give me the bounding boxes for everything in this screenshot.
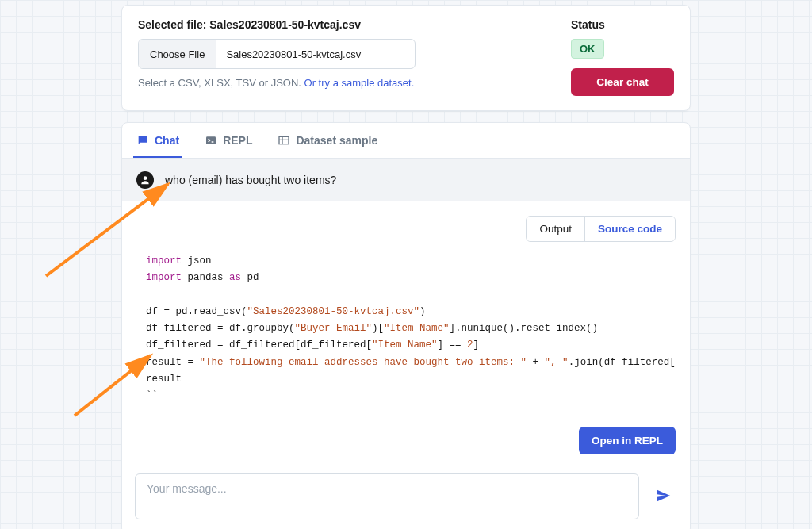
message-input[interactable]	[135, 473, 639, 519]
output-toggle-button[interactable]: Output	[527, 217, 584, 241]
source-code-toggle-button[interactable]: Source code	[584, 217, 675, 241]
open-in-repl-button[interactable]: Open in REPL	[579, 427, 676, 454]
svg-point-2	[144, 176, 147, 180]
source-code-block[interactable]: import json import pandas as pd df = pd.…	[146, 251, 676, 409]
tab-repl[interactable]: REPL	[201, 123, 255, 158]
sample-dataset-link[interactable]: Or try a sample dataset.	[304, 77, 415, 89]
chosen-file-name: Sales20230801-50-kvtcaj.csv	[216, 48, 370, 60]
terminal-icon	[205, 134, 217, 147]
file-selector-section: Selected file: Sales20230801-50-kvtcaj.c…	[138, 18, 571, 96]
chat-scroll-area[interactable]: who (email) has bought two items? Output…	[122, 159, 690, 462]
send-icon	[655, 495, 672, 507]
main-panel: Chat REPL Dataset sample who (email)	[121, 122, 691, 529]
user-avatar-icon	[136, 171, 154, 189]
message-input-bar	[122, 462, 690, 529]
svg-rect-0	[206, 136, 216, 144]
status-badge: OK	[571, 39, 604, 59]
chat-icon	[136, 134, 149, 147]
tab-dataset-sample[interactable]: Dataset sample	[274, 123, 381, 158]
file-help-text: Select a CSV, XLSX, TSV or JSON. Or try …	[138, 77, 571, 89]
file-input-row: Choose File Sales20230801-50-kvtcaj.csv	[138, 39, 416, 69]
user-message-row: who (email) has bought two items?	[122, 159, 690, 201]
assistant-response: Output Source code import json import pa…	[122, 201, 690, 462]
tab-bar: Chat REPL Dataset sample	[122, 123, 690, 159]
code-view-toggle: Output Source code	[146, 216, 676, 242]
clear-chat-button[interactable]: Clear chat	[571, 68, 674, 96]
tab-chat[interactable]: Chat	[133, 123, 182, 158]
tab-repl-label: REPL	[223, 134, 252, 147]
status-section: Status OK Clear chat	[571, 18, 674, 96]
file-status-card: Selected file: Sales20230801-50-kvtcaj.c…	[121, 5, 691, 111]
table-icon	[278, 134, 290, 147]
user-message-text: who (email) has bought two items?	[165, 174, 336, 186]
tab-dataset-label: Dataset sample	[296, 134, 377, 147]
tab-chat-label: Chat	[155, 134, 179, 147]
selected-file-label: Selected file: Sales20230801-50-kvtcaj.c…	[138, 18, 571, 31]
choose-file-button[interactable]: Choose File	[139, 40, 216, 68]
send-button[interactable]	[650, 482, 677, 512]
status-heading: Status	[571, 18, 605, 31]
